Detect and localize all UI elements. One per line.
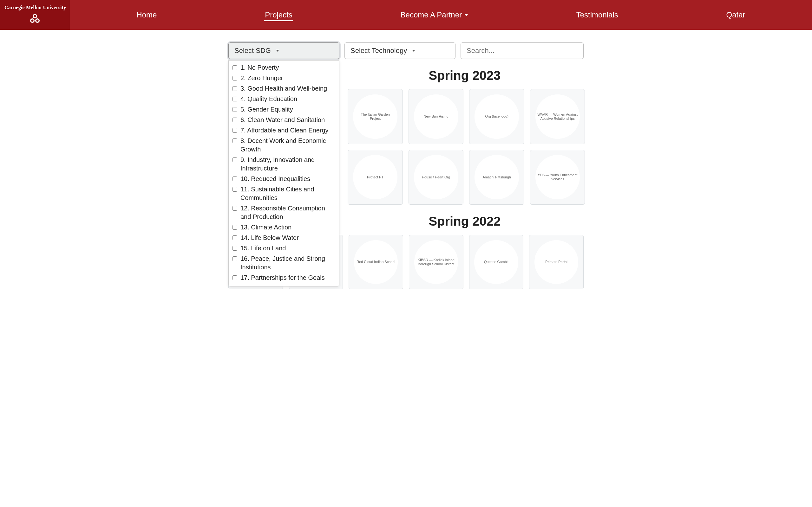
sdg-option-label: 14. Life Below Water	[241, 233, 299, 242]
project-card[interactable]: YES — Youth Enrichment Services	[530, 150, 585, 205]
sdg-checkbox[interactable]	[233, 158, 237, 162]
sdg-dropdown-wrap: Select SDG 1. No Poverty2. Zero Hunger3.…	[229, 43, 339, 59]
nav-qatar[interactable]: Qatar	[726, 9, 746, 21]
project-card[interactable]: House / Heart Org	[409, 150, 464, 205]
select-tech-label: Select Technology	[351, 47, 407, 55]
project-card[interactable]: Amachi Pittsburgh	[469, 150, 524, 205]
project-logo: House / Heart Org	[414, 155, 458, 199]
brand-logo-icon	[29, 12, 41, 25]
sdg-option[interactable]: 7. Affordable and Clean Energy	[232, 125, 336, 135]
project-card[interactable]: WAAR — Women Against Abusive Relationshi…	[530, 89, 585, 144]
project-card[interactable]: Primate Portal	[529, 235, 583, 289]
sdg-checkbox[interactable]	[233, 138, 237, 143]
sdg-checkbox[interactable]	[233, 97, 237, 101]
sdg-checkbox[interactable]	[233, 275, 237, 280]
filter-row: Select SDG 1. No Poverty2. Zero Hunger3.…	[200, 43, 612, 59]
sdg-option-label: 12. Responsible Consumption and Producti…	[241, 204, 335, 221]
sdg-checkbox[interactable]	[233, 128, 237, 133]
sdg-option[interactable]: 14. Life Below Water	[232, 233, 336, 243]
sdg-option-label: 1. No Poverty	[241, 63, 279, 72]
chevron-down-icon	[276, 50, 279, 52]
sdg-option[interactable]: 11. Sustainable Cities and Communities	[232, 184, 336, 203]
sdg-checkbox[interactable]	[233, 225, 237, 230]
sdg-option-label: 2. Zero Hunger	[241, 74, 283, 82]
sdg-option-label: 4. Quality Education	[241, 95, 297, 103]
sdg-checkbox[interactable]	[233, 176, 237, 181]
search-field-wrap[interactable]	[461, 43, 583, 59]
sdg-option-label: 13. Climate Action	[241, 223, 292, 232]
sdg-option-label: 5. Gender Equality	[241, 105, 293, 114]
brand-block[interactable]: Carnegie Mellon University	[0, 0, 70, 30]
sdg-option[interactable]: 6. Clean Water and Sanitation	[232, 115, 336, 125]
project-logo: Org (face logo)	[474, 95, 519, 139]
sdg-option-label: 3. Good Health and Well-being	[241, 84, 327, 93]
project-logo: Amachi Pittsburgh	[474, 155, 519, 199]
sdg-option[interactable]: 17. Partnerships for the Goals	[232, 273, 336, 283]
svg-point-5	[37, 20, 39, 22]
sdg-checkbox[interactable]	[233, 257, 237, 261]
sdg-option[interactable]: 5. Gender Equality	[232, 104, 336, 115]
sdg-checkbox[interactable]	[233, 187, 237, 192]
sdg-option[interactable]: 9. Industry, Innovation and Infrastructu…	[232, 155, 336, 174]
sdg-checkbox[interactable]	[233, 246, 237, 250]
top-navbar: Carnegie Mellon University Home Projects…	[0, 0, 812, 30]
sdg-option-label: 17. Partnerships for the Goals	[241, 274, 325, 282]
sdg-option-label: 7. Affordable and Clean Energy	[241, 126, 328, 135]
sdg-option[interactable]: 8. Decent Work and Economic Growth	[232, 135, 336, 155]
sdg-option-label: 8. Decent Work and Economic Growth	[241, 136, 335, 154]
sdg-option-label: 16. Peace, Justice and Strong Institutio…	[241, 255, 335, 272]
sdg-option-label: 10. Reduced Inequalities	[241, 175, 310, 183]
project-card[interactable]: The Italian Garden Project	[348, 89, 403, 144]
nav-links: Home Projects Become A Partner Testimoni…	[70, 0, 812, 30]
project-logo: WAAR — Women Against Abusive Relationshi…	[536, 95, 580, 139]
sdg-option[interactable]: 12. Responsible Consumption and Producti…	[232, 203, 336, 222]
sdg-dropdown-menu[interactable]: 1. No Poverty2. Zero Hunger3. Good Healt…	[229, 60, 339, 286]
project-logo: YES — Youth Enrichment Services	[536, 155, 580, 199]
search-input[interactable]	[467, 43, 577, 59]
sdg-checkbox[interactable]	[233, 206, 237, 211]
project-logo: Protect PT	[353, 155, 397, 199]
sdg-option[interactable]: 15. Life on Land	[232, 243, 336, 253]
nav-become-partner[interactable]: Become A Partner	[400, 9, 469, 21]
project-card[interactable]: KIBSD — Kodiak Island Borough School Dis…	[409, 235, 463, 289]
sdg-option[interactable]: 16. Peace, Justice and Strong Institutio…	[232, 253, 336, 273]
sdg-checkbox[interactable]	[233, 235, 237, 240]
tech-dropdown-wrap: Select Technology	[345, 43, 455, 59]
project-grid-2023-row2: Protect PTHouse / Heart OrgAmachi Pittsb…	[348, 150, 585, 205]
chevron-down-icon	[412, 50, 415, 52]
project-card[interactable]: New Sun Rising	[409, 89, 464, 144]
project-card[interactable]: Protect PT	[348, 150, 403, 205]
sdg-option[interactable]: 10. Reduced Inequalities	[232, 174, 336, 184]
sdg-option-label: 6. Clean Water and Sanitation	[241, 116, 325, 124]
sdg-option[interactable]: 13. Climate Action	[232, 222, 336, 233]
project-card[interactable]: Red Cloud Indian School	[349, 235, 403, 289]
sdg-checkbox[interactable]	[233, 76, 237, 80]
university-name: Carnegie Mellon University	[3, 5, 66, 10]
select-technology-dropdown[interactable]: Select Technology	[345, 43, 455, 59]
sdg-option-label: 9. Industry, Innovation and Infrastructu…	[241, 156, 335, 173]
sdg-option[interactable]: 1. No Poverty	[232, 62, 336, 73]
sdg-option[interactable]: 4. Quality Education	[232, 94, 336, 104]
sdg-checkbox[interactable]	[233, 65, 237, 70]
sdg-checkbox[interactable]	[233, 107, 237, 112]
project-card[interactable]: Queens Gambit	[469, 235, 524, 289]
project-grid-2023-row1: The Italian Garden ProjectNew Sun Rising…	[348, 89, 585, 144]
sdg-option-label: 15. Life on Land	[241, 244, 286, 252]
chevron-down-icon	[464, 14, 468, 16]
nav-projects[interactable]: Projects	[264, 9, 293, 21]
select-sdg-dropdown[interactable]: Select SDG	[229, 43, 339, 59]
select-sdg-label: Select SDG	[235, 47, 271, 55]
sdg-option[interactable]: 3. Good Health and Well-being	[232, 83, 336, 94]
nav-home[interactable]: Home	[136, 9, 157, 21]
sdg-checkbox[interactable]	[233, 86, 237, 91]
nav-testimonials[interactable]: Testimonials	[576, 9, 619, 21]
project-card[interactable]: Org (face logo)	[469, 89, 524, 144]
section-title-spring-2023: Spring 2023	[346, 68, 583, 83]
project-logo: The Italian Garden Project	[353, 95, 397, 139]
section-title-spring-2022: Spring 2022	[346, 214, 583, 228]
sdg-checkbox[interactable]	[233, 118, 237, 122]
project-logo: KIBSD — Kodiak Island Borough School Dis…	[414, 240, 458, 284]
nav-partner-label: Become A Partner	[401, 10, 462, 19]
sdg-option[interactable]: 2. Zero Hunger	[232, 73, 336, 83]
project-logo: Red Cloud Indian School	[354, 240, 398, 284]
